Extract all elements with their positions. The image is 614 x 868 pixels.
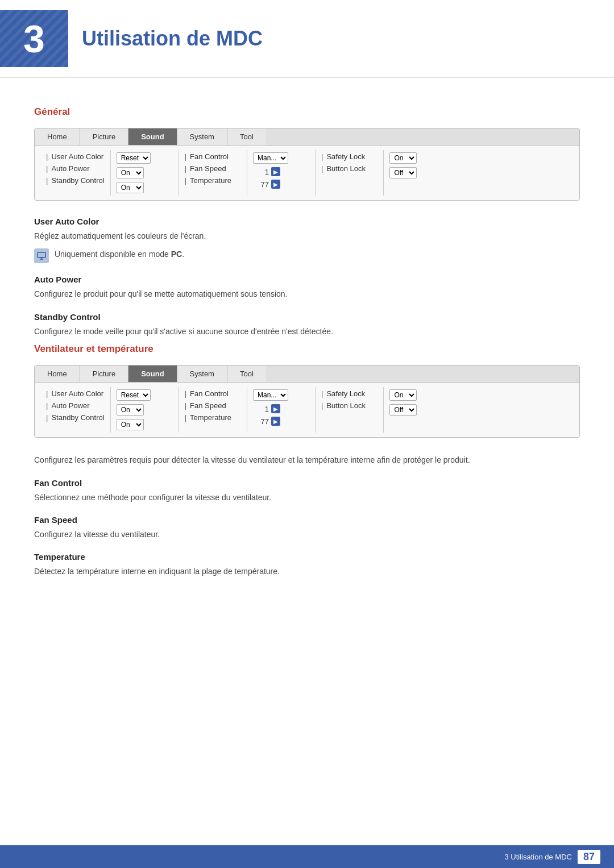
- row-button-lock: | Button Lock: [321, 164, 377, 173]
- row-fan-control-select: Man...: [253, 152, 309, 164]
- subsec-user-auto-color-body: Réglez automatiquement les couleurs de l…: [34, 230, 580, 242]
- panel-col-2: Reset On On: [111, 150, 179, 196]
- tab-tool-1[interactable]: Tool: [227, 128, 266, 145]
- subsec-user-auto-color-title: User Auto Color: [34, 217, 580, 226]
- chapter-number: 3: [0, 10, 68, 67]
- arrow-fan-speed[interactable]: ▶: [271, 167, 280, 176]
- subsec-auto-power-body: Configurez le produit pour qu'il se mett…: [34, 288, 580, 300]
- row2-reset-select: Reset: [117, 389, 173, 401]
- select2-safety-lock[interactable]: On: [389, 389, 417, 401]
- panel-ventilateur: Home Picture Sound System Tool | User Au…: [34, 365, 580, 438]
- panel-col-5: | Safety Lock | Button Lock: [316, 150, 384, 196]
- row-standby-control: | Standby Control: [46, 176, 105, 185]
- row-safety-lock: | Safety Lock: [321, 152, 377, 161]
- select2-auto-power[interactable]: On: [117, 404, 144, 416]
- tab-picture-1[interactable]: Picture: [80, 128, 128, 145]
- panel2-col-2: Reset On On: [111, 387, 179, 433]
- panel-col-1: | User Auto Color | Auto Power | Standby…: [40, 150, 111, 196]
- subsec-fan-control-body: Sélectionnez une méthode pour configurer…: [34, 491, 580, 504]
- section-ventilateur-title: Ventilateur et température: [34, 343, 580, 355]
- select2-reset[interactable]: Reset: [117, 389, 151, 401]
- label2-auto-power: Auto Power: [51, 401, 102, 410]
- section-ventilateur: Ventilateur et température Home Picture …: [34, 343, 580, 578]
- panel-general: Home Picture Sound System Tool | User Au…: [34, 128, 580, 201]
- tab-home-1[interactable]: Home: [35, 128, 80, 145]
- arrow-temperature[interactable]: ▶: [271, 180, 280, 189]
- subsec-temperature-title: Temperature: [34, 552, 580, 562]
- select-safety-lock[interactable]: On: [389, 152, 417, 164]
- select2-fan-control[interactable]: Man...: [253, 389, 288, 401]
- label2-user-auto-color: User Auto Color: [51, 389, 103, 398]
- page-footer: 3 Utilisation de MDC 87: [0, 845, 614, 868]
- tab-system-1[interactable]: System: [177, 128, 227, 145]
- arrow2-temperature[interactable]: ▶: [271, 417, 280, 426]
- row-fan-control: | Fan Control: [185, 152, 241, 161]
- label-user-auto-color: User Auto Color: [51, 152, 103, 161]
- label-temperature: Temperature: [190, 176, 241, 185]
- label2-button-lock: Button Lock: [326, 401, 377, 410]
- footer-text: 3 Utilisation de MDC: [504, 853, 572, 861]
- subsec-fan-speed-title: Fan Speed: [34, 515, 580, 525]
- row2-fan-control: | Fan Control: [185, 389, 241, 398]
- row-temperature: | Temperature: [185, 176, 241, 185]
- row2-fan-speed: | Fan Speed: [185, 401, 241, 410]
- panel-col-3: | Fan Control | Fan Speed | Temperature: [179, 150, 247, 196]
- row-temp-val: 77 ▶: [253, 180, 309, 189]
- select-fan-control[interactable]: Man...: [253, 152, 288, 164]
- label-button-lock: Button Lock: [326, 164, 377, 173]
- label-auto-power: Auto Power: [51, 164, 102, 173]
- chapter-title: Utilisation de MDC: [82, 27, 263, 51]
- tab-home-2[interactable]: Home: [35, 366, 80, 382]
- row-fan-speed: | Fan Speed: [185, 164, 241, 173]
- tab-sound-1[interactable]: Sound: [128, 128, 177, 145]
- footer-page: 87: [578, 850, 600, 864]
- panel-ventilateur-tabs: Home Picture Sound System Tool: [35, 366, 579, 383]
- subsec-fan-speed-body: Configurez la vitesse du ventilateur.: [34, 528, 580, 541]
- svg-rect-0: [38, 252, 45, 258]
- row2-fan-control-select: Man...: [253, 389, 309, 401]
- panel2-col-5: | Safety Lock | Button Lock: [316, 387, 384, 433]
- row2-temp-val: 77 ▶: [253, 417, 309, 426]
- row2-auto-power-select: On: [117, 404, 173, 416]
- row-auto-power-select: On: [117, 167, 173, 178]
- select-button-lock[interactable]: Off: [389, 167, 417, 178]
- panel-ventilateur-body: | User Auto Color | Auto Power | Standby…: [35, 383, 579, 437]
- label-standby-control: Standby Control: [51, 176, 104, 185]
- val-fan-speed: 1: [253, 168, 269, 176]
- panel2-col-4: Man... 1 ▶ 77 ▶: [247, 387, 316, 433]
- subsec-fan-control-title: Fan Control: [34, 478, 580, 488]
- label2-temperature: Temperature: [190, 413, 241, 422]
- subsec-auto-power-title: Auto Power: [34, 275, 580, 284]
- row2-safety-select: On: [389, 389, 446, 401]
- arrow2-fan-speed[interactable]: ▶: [271, 404, 280, 413]
- row-standby-select: On: [117, 182, 173, 193]
- row2-safety-lock: | Safety Lock: [321, 389, 377, 398]
- note-text: Uniquement disponible en mode PC.: [55, 248, 184, 260]
- panel2-col-6: On Off: [384, 387, 452, 433]
- val2-temperature: 77: [253, 417, 269, 426]
- select2-standby[interactable]: On: [117, 419, 144, 430]
- row2-button-lock: | Button Lock: [321, 401, 377, 410]
- select-reset[interactable]: Reset: [117, 152, 151, 164]
- row-reset-select: Reset: [117, 152, 173, 164]
- panel-col-4: Man... 1 ▶ 77 ▶: [247, 150, 316, 196]
- tab-tool-2[interactable]: Tool: [227, 366, 266, 382]
- subsec-standby-body: Configurez le mode veille pour qu'il s'a…: [34, 325, 580, 338]
- tab-sound-2[interactable]: Sound: [128, 366, 177, 382]
- val2-fan-speed: 1: [253, 405, 269, 413]
- tab-picture-2[interactable]: Picture: [80, 366, 128, 382]
- label-fan-speed: Fan Speed: [190, 164, 241, 173]
- select2-button-lock[interactable]: Off: [389, 404, 417, 416]
- row2-fan-speed-val: 1 ▶: [253, 404, 309, 413]
- row2-button-select: Off: [389, 404, 446, 416]
- select-auto-power[interactable]: On: [117, 167, 144, 178]
- panel2-col-3: | Fan Control | Fan Speed | Temperature: [179, 387, 247, 433]
- panel-col-6: On Off: [384, 150, 452, 196]
- select-standby[interactable]: On: [117, 182, 144, 193]
- tab-system-2[interactable]: System: [177, 366, 227, 382]
- label2-safety-lock: Safety Lock: [326, 389, 377, 398]
- row-button-select: Off: [389, 167, 446, 178]
- panel-general-body: | User Auto Color | Auto Power | Standby…: [35, 146, 579, 200]
- note-pc: Uniquement disponible en mode PC.: [34, 248, 580, 263]
- row2-standby-control: | Standby Control: [46, 413, 105, 422]
